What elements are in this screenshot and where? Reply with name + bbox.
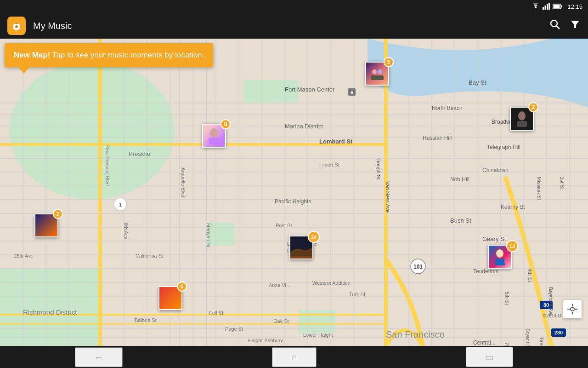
svg-text:Richmond District: Richmond District [23,308,77,316]
svg-text:Oak St: Oak St [273,318,289,324]
svg-text:5th St: 5th St [504,292,510,305]
svg-point-15 [9,62,175,200]
svg-text:Brannan St: Brannan St [539,338,544,346]
svg-rect-5 [561,6,562,8]
svg-rect-124 [209,138,220,144]
svg-point-125 [372,69,377,74]
svg-rect-0 [543,7,544,10]
banner-message: Tap to see your music moments by locatio… [50,51,204,59]
svg-text:7th St: 7th St [504,342,510,346]
svg-text:Marina District: Marina District [285,123,323,130]
map-pin-7[interactable]: 13 [488,245,512,269]
svg-text:Bryant St: Bryant St [525,328,531,346]
map-pin-6[interactable]: 6 [158,286,182,310]
search-button[interactable] [549,19,560,33]
svg-text:Central...: Central... [473,339,496,346]
recents-button[interactable]: ▭ [466,347,513,367]
svg-point-123 [210,128,218,138]
map-pin-1[interactable]: 2 [34,213,58,237]
svg-point-126 [378,69,382,74]
search-icon [549,19,560,30]
svg-text:Bush St: Bush St [450,217,471,224]
pin-count-4: 2 [528,102,538,112]
wifi-icon [531,3,540,10]
svg-text:Geary St: Geary St [482,236,506,242]
svg-text:Turk St: Turk St [349,292,365,297]
svg-text:Fell St: Fell St [209,310,223,316]
svg-rect-2 [547,4,548,10]
svg-text:26th Ave: 26th Ave [14,253,34,259]
svg-text:Bayshore Fwy: Bayshore Fwy [548,287,553,316]
svg-text:Telegraph Hill: Telegraph Hill [487,144,520,150]
svg-text:Van Ness Ave: Van Ness Ave [385,181,390,213]
svg-text:Post St: Post St [276,223,292,228]
svg-text:Gough St: Gough St [376,158,381,179]
svg-rect-14 [0,269,101,346]
svg-rect-6 [554,5,560,8]
svg-text:101: 101 [413,264,423,270]
svg-text:280: 280 [554,330,563,335]
filter-icon [570,19,581,30]
map-pin-5[interactable]: 24 [289,236,313,259]
svg-text:Kearny St: Kearny St [501,204,525,210]
svg-rect-129 [517,121,527,127]
svg-text:San Francisco: San Francisco [386,329,445,339]
svg-point-128 [518,111,526,121]
filter-button[interactable] [570,19,581,33]
svg-point-8 [15,25,18,28]
map-pin-3[interactable]: 5 [365,62,389,86]
app-icon [7,17,26,35]
back-button[interactable]: ← [75,347,123,367]
new-map-banner[interactable]: New Map! Tap to see your music moments b… [5,43,213,67]
svg-text:Bay St: Bay St [469,79,486,86]
svg-marker-11 [571,21,579,28]
svg-text:Nob Hill: Nob Hill [450,176,469,183]
map-container[interactable]: Lombard St Filbert St Gough St Van Ness … [0,39,588,346]
app-bar-actions [549,19,581,33]
map-copyright: ©2014 G [543,313,561,318]
nav-bar: ← ⌂ ▭ [0,346,588,368]
map-pin-4[interactable]: 2 [510,107,534,131]
svg-rect-1 [545,6,546,10]
pin-count-6: 6 [177,282,187,292]
svg-text:Lower Haight: Lower Haight [303,332,333,338]
svg-text:Fort Mason Center: Fort Mason Center [285,86,335,93]
status-icons: 12:15 [531,3,582,10]
svg-text:Anza Vi...: Anza Vi... [269,282,290,288]
svg-point-132 [571,307,574,311]
svg-text:California St: California St [136,253,163,259]
svg-rect-127 [371,75,384,80]
location-icon [567,304,577,314]
status-bar: 12:15 [0,0,588,13]
svg-text:Pacific Heights: Pacific Heights [275,198,311,205]
pin-count-7: 13 [506,240,518,252]
battery-icon [553,4,563,9]
svg-text:Western Addition: Western Addition [312,280,351,286]
app-bar: My Music [0,13,588,39]
svg-text:Mission St: Mission St [537,177,542,200]
svg-text:4th St: 4th St [527,269,533,282]
home-button[interactable]: ⌂ [272,347,316,367]
svg-line-10 [557,26,560,29]
status-time: 12:15 [567,3,582,10]
my-location-button[interactable] [563,300,582,318]
pin-count-3: 5 [384,57,394,67]
map-pin-2[interactable]: 8 [202,124,226,148]
signal-icon [543,3,550,10]
svg-text:Page St: Page St [225,326,243,332]
svg-text:North Beach: North Beach [432,105,463,111]
pin-count-2: 8 [220,119,231,129]
pin-count-5: 24 [308,231,320,243]
svg-text:Park Presidio Blvd: Park Presidio Blvd [105,144,110,186]
svg-text:Tenderloin: Tenderloin [473,268,498,275]
svg-text:1st St: 1st St [560,177,565,190]
svg-text:Chinatown: Chinatown [482,167,509,173]
svg-text:■: ■ [351,90,353,95]
svg-text:Haight-Ashbury: Haight-Ashbury [248,338,283,343]
banner-bold: New Map! [14,51,50,59]
svg-text:1: 1 [119,202,122,207]
svg-text:Balboa St: Balboa St [135,317,157,323]
svg-point-131 [496,249,503,258]
svg-point-9 [551,20,557,27]
svg-text:Stanyan St: Stanyan St [206,223,211,247]
